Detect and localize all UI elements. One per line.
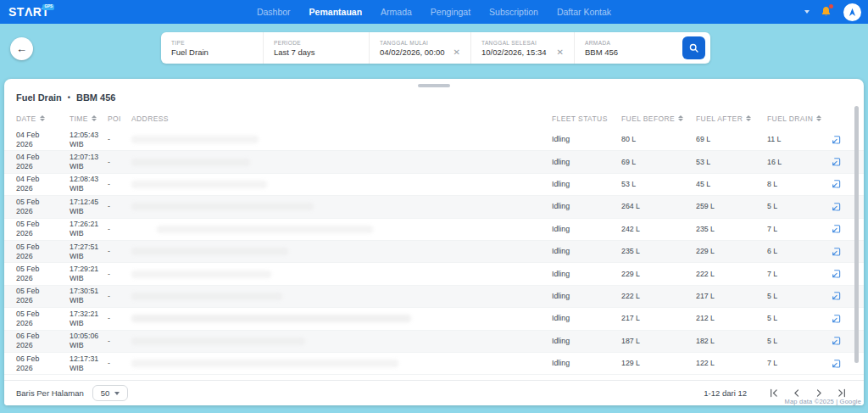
clear-filter-icon[interactable]: ✕	[555, 48, 565, 57]
fuel-before-cell: 129 L	[621, 359, 696, 368]
show-on-map-button[interactable]	[828, 244, 843, 260]
nav-item-daftar-kontak[interactable]: Daftar Kontak	[557, 7, 611, 17]
sort-icon	[40, 115, 45, 122]
column-header-fuel-drain[interactable]: FUEL DRAIN	[767, 114, 828, 123]
time-cell: 17:30:51WIB	[70, 287, 108, 305]
table-footer: Baris Per Halaman 50 1-12 dari 12	[4, 380, 864, 405]
notifications-button[interactable]	[820, 5, 833, 19]
address-redacted-blur	[131, 315, 411, 322]
address-redacted-blur	[131, 338, 305, 345]
address-redacted-blur	[131, 203, 314, 210]
start-gps-logo[interactable]: STΛRT GPS	[8, 5, 59, 19]
date-cell: 05 Feb2026	[16, 310, 70, 328]
time-cell: 12:05:43WIB	[70, 131, 108, 149]
column-header-fuel-after[interactable]: FUEL AFTER	[696, 114, 767, 123]
column-header-time[interactable]: TIME	[70, 114, 108, 123]
indonesia-flag-icon	[786, 7, 802, 18]
vertical-scrollbar[interactable]	[854, 106, 859, 363]
open-on-map-icon	[830, 268, 842, 280]
table-row: 05 Feb2026 17:29:21WIB - Idling 229 L 22…	[4, 263, 864, 285]
table-header-row: DATE TIME POI ADDRESS FLEET STATUS FUEL …	[4, 108, 864, 129]
action-cell	[828, 154, 854, 170]
nav-item-subscription[interactable]: Subscription	[489, 7, 538, 17]
filter-field-label: PERIODE	[274, 40, 360, 46]
filter-field-value: 10/02/2026, 15:34	[481, 47, 547, 57]
poi-cell: -	[108, 247, 131, 256]
results-panel: Fuel Drain • BBM 456 DATE TIME POI ADDRE…	[4, 79, 864, 405]
address-redacted-blur	[131, 271, 271, 278]
nav-item-pengingat[interactable]: Pengingat	[431, 7, 470, 17]
column-header-date[interactable]: DATE	[16, 114, 70, 123]
fuel-before-cell: 264 L	[621, 202, 696, 211]
poi-cell: -	[108, 135, 131, 144]
action-cell	[828, 288, 854, 304]
clear-filter-icon[interactable]: ✕	[452, 48, 462, 57]
table-row: 06 Feb2026 10:05:06WIB - Idling 187 L 18…	[4, 331, 864, 353]
sort-icon	[816, 115, 821, 122]
fuel-drain-cell: 8 L	[767, 180, 828, 189]
show-on-map-button[interactable]	[828, 132, 843, 148]
date-cell: 04 Feb2026	[16, 175, 70, 193]
date-cell: 05 Feb2026	[16, 265, 70, 283]
filter-field-label: TIPE	[171, 40, 254, 46]
show-on-map-button[interactable]	[828, 176, 843, 192]
show-on-map-button[interactable]	[828, 266, 843, 282]
show-on-map-button[interactable]	[828, 311, 843, 326]
nav-item-armada[interactable]: Armada	[381, 7, 412, 17]
rows-per-page-select[interactable]: 50	[92, 385, 129, 401]
fuel-before-cell: 217 L	[621, 314, 696, 323]
action-cell	[828, 311, 854, 326]
vehicle-name-label: BBM 456	[76, 92, 115, 103]
filter-field-label: TANGGAL MULAI	[380, 40, 462, 46]
filter-field-periode[interactable]: PERIODE Last 7 days	[263, 32, 369, 64]
show-on-map-button[interactable]	[828, 356, 843, 371]
back-button[interactable]: ←	[10, 37, 33, 60]
show-on-map-button[interactable]	[828, 288, 843, 304]
column-header-label: FUEL DRAIN	[767, 114, 813, 123]
filter-field-tanggal-mulai[interactable]: TANGGAL MULAI 04/02/2026, 00:00 ✕	[369, 32, 470, 64]
table-body: 04 Feb2026 12:05:43WIB - Idling 80 L 69 …	[4, 129, 864, 380]
address-cell	[131, 136, 552, 143]
column-header-fuel-before[interactable]: FUEL BEFORE	[621, 114, 696, 123]
poi-cell: -	[108, 270, 131, 279]
poi-cell: -	[108, 337, 131, 346]
language-selector[interactable]	[786, 7, 810, 18]
show-on-map-button[interactable]	[828, 199, 843, 215]
account-avatar[interactable]	[843, 3, 861, 21]
action-cell	[828, 221, 854, 237]
show-on-map-button[interactable]	[828, 221, 843, 237]
nav-item-pemantauan[interactable]: Pemantauan	[309, 7, 362, 17]
main-nav: DashborPemantauanArmadaPengingatSubscrip…	[0, 0, 868, 24]
search-icon	[688, 42, 699, 53]
filter-field-armada[interactable]: ARMADA BBM 456	[574, 32, 680, 64]
filter-bar: TIPE Fuel Drain PERIODE Last 7 days TANG…	[161, 32, 710, 64]
search-button[interactable]	[682, 36, 705, 59]
show-on-map-button[interactable]	[828, 333, 843, 349]
first-page-button[interactable]	[764, 386, 783, 400]
address-cell	[131, 271, 552, 278]
filter-field-tipe[interactable]: TIPE Fuel Drain	[161, 32, 263, 64]
table-row: 05 Feb2026 17:26:21WIB - Idling 242 L 23…	[4, 219, 864, 241]
fuel-drain-cell: 5 L	[767, 202, 828, 211]
column-header-poi: POI	[108, 114, 131, 123]
date-cell: 05 Feb2026	[16, 287, 70, 305]
fuel-drain-cell: 5 L	[767, 292, 828, 301]
fleet-status-cell: Idling	[552, 314, 621, 323]
fuel-before-cell: 242 L	[621, 225, 696, 234]
fleet-status-cell: Idling	[552, 225, 621, 234]
fuel-drain-cell: 7 L	[767, 359, 828, 368]
filter-field-tanggal-selesai[interactable]: TANGGAL SELESAI 10/02/2026, 15:34 ✕	[470, 32, 574, 64]
fuel-drain-cell: 11 L	[767, 135, 828, 144]
fuel-after-cell: 122 L	[696, 359, 767, 368]
time-cell: 17:12:45WIB	[70, 198, 108, 216]
show-on-map-button[interactable]	[828, 154, 843, 170]
fuel-before-cell: 235 L	[621, 247, 696, 256]
open-on-map-icon	[830, 223, 842, 235]
nav-item-dashbor[interactable]: Dashbor	[257, 7, 291, 17]
top-navbar: STΛRT GPS DashborPemantauanArmadaPenging…	[0, 0, 868, 24]
fuel-before-cell: 222 L	[621, 292, 696, 301]
poi-cell: -	[108, 225, 131, 234]
fleet-status-cell: Idling	[552, 270, 621, 279]
panel-drag-handle[interactable]	[418, 84, 450, 87]
address-redacted-blur	[131, 159, 250, 166]
